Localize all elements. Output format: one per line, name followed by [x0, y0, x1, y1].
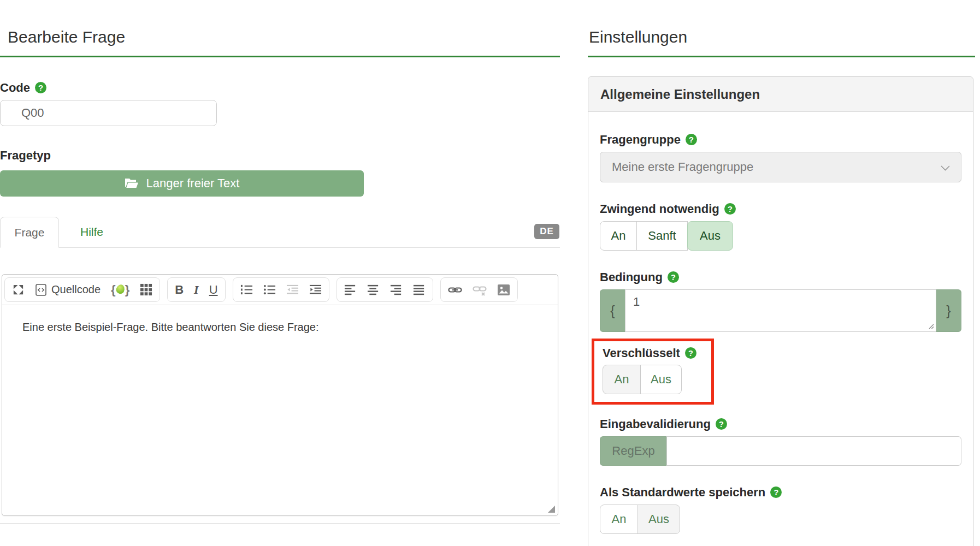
help-icon[interactable]: [770, 486, 782, 498]
help-icon[interactable]: [686, 134, 697, 145]
condition-input-group: { 1 }: [600, 289, 961, 332]
encrypted-option-aus[interactable]: Aus: [640, 365, 682, 394]
validation-input[interactable]: [666, 436, 961, 466]
expression-manager-button[interactable]: {}: [111, 283, 129, 297]
tab-hilfe[interactable]: Hilfe: [80, 217, 103, 247]
title-underline: [0, 56, 560, 57]
save-as-default-label-text: Als Standardwerte speichern: [600, 485, 765, 500]
grid-icon: [140, 283, 152, 296]
panel-header[interactable]: Allgemeine Einstellungen: [588, 77, 973, 112]
mandatory-toggle-group: An Sanft Aus: [600, 221, 733, 251]
editor-content-area[interactable]: Eine erste Beispiel-Frage. Bitte beantwo…: [2, 305, 558, 515]
mandatory-option-sanft[interactable]: Sanft: [636, 221, 688, 251]
help-icon[interactable]: [716, 418, 727, 430]
mandatory-option-aus[interactable]: Aus: [687, 221, 733, 251]
question-type-button-label: Langer freier Text: [146, 176, 240, 191]
code-label-text: Code: [0, 80, 30, 95]
maximize-button[interactable]: [12, 283, 25, 296]
question-group-selected-value: Meine erste Fragengruppe: [612, 160, 753, 174]
save-as-default-option-aus[interactable]: Aus: [637, 505, 680, 534]
panel-body: Fragengruppe Meine erste Fragengruppe Zw…: [588, 112, 973, 534]
question-type-label-text: Fragetyp: [0, 148, 51, 163]
source-code-label: Quellcode: [51, 283, 101, 296]
encrypted-toggle-group: An Aus: [603, 365, 682, 394]
outdent-icon: [286, 283, 299, 296]
field-validation: Eingabevalidierung RegExp: [600, 417, 961, 466]
question-text: Eine erste Beispiel-Frage. Bitte beantwo…: [22, 321, 319, 333]
question-group-label-text: Fragengruppe: [600, 132, 681, 147]
toolbar-group-basicstyles: B I U: [167, 277, 225, 302]
language-badge: DE: [534, 224, 559, 239]
chevron-down-icon: [941, 165, 950, 171]
grid-button[interactable]: [140, 283, 152, 296]
align-center-button[interactable]: [367, 283, 380, 296]
condition-textarea[interactable]: 1: [625, 289, 936, 332]
page-title: Bearbeite Frage: [8, 27, 560, 47]
align-center-icon: [367, 283, 380, 296]
link-button[interactable]: [448, 284, 462, 295]
question-group-select[interactable]: Meine erste Fragengruppe: [600, 152, 961, 182]
ordered-list-icon: [240, 283, 253, 296]
field-save-as-default: Als Standardwerte speichern An Aus: [600, 485, 961, 534]
help-icon[interactable]: [35, 82, 46, 93]
align-right-button[interactable]: [390, 283, 403, 296]
condition-label-text: Bedingung: [600, 270, 663, 284]
tab-frage[interactable]: Frage: [0, 217, 59, 248]
validation-label: Eingabevalidierung: [600, 417, 961, 431]
source-code-icon: [35, 283, 47, 296]
validation-input-group: RegExp: [600, 436, 961, 466]
field-question-group: Fragengruppe Meine erste Fragengruppe: [600, 132, 961, 182]
settings-title: Einstellungen: [589, 27, 975, 47]
condition-suffix-addon: }: [936, 289, 961, 332]
underline-button[interactable]: U: [209, 283, 218, 297]
outdent-button: [286, 283, 299, 296]
question-group-label: Fragengruppe: [600, 132, 961, 147]
condition-textarea-wrap: 1: [625, 289, 936, 332]
validation-label-text: Eingabevalidierung: [600, 417, 711, 431]
settings-pane: Einstellungen Allgemeine Einstellungen F…: [588, 0, 975, 546]
code-input[interactable]: [0, 100, 217, 126]
mandatory-label: Zwingend notwendig: [600, 201, 961, 216]
align-right-icon: [390, 283, 403, 296]
encrypted-label-text: Verschlüsselt: [603, 346, 680, 360]
validation-addon: RegExp: [600, 436, 666, 466]
link-icon: [448, 284, 462, 295]
unordered-list-icon: [263, 283, 276, 296]
resize-grip-icon[interactable]: [548, 506, 555, 513]
mandatory-label-text: Zwingend notwendig: [600, 201, 719, 216]
encrypted-highlight-box: Verschlüsselt An Aus: [592, 339, 714, 405]
bold-button[interactable]: B: [175, 283, 184, 297]
folder-open-icon: [125, 177, 139, 189]
unordered-list-button[interactable]: [263, 283, 276, 296]
align-left-icon: [344, 283, 357, 296]
help-icon[interactable]: [685, 347, 696, 359]
image-icon: [497, 284, 510, 296]
field-condition: Bedingung { 1 }: [600, 270, 961, 332]
save-as-default-toggle-group: An Aus: [600, 505, 680, 534]
toolbar-group-lists: [233, 277, 329, 302]
toolbar-group-tools: Quellcode {}: [4, 277, 160, 302]
editor-toolbar: Quellcode {} B I U: [2, 275, 558, 305]
code-label: Code: [0, 80, 560, 95]
indent-icon: [309, 283, 322, 296]
encrypted-option-an[interactable]: An: [603, 365, 641, 394]
condition-prefix-addon: {: [600, 289, 625, 332]
toolbar-group-align: [336, 277, 433, 302]
help-icon[interactable]: [724, 203, 736, 215]
justify-button[interactable]: [413, 283, 426, 296]
mandatory-option-an[interactable]: An: [600, 221, 637, 251]
help-icon[interactable]: [668, 271, 679, 283]
align-left-button[interactable]: [344, 283, 357, 296]
image-button[interactable]: [497, 284, 510, 296]
italic-button[interactable]: I: [194, 283, 199, 297]
source-code-button[interactable]: Quellcode: [35, 283, 101, 296]
general-settings-panel: Allgemeine Einstellungen Fragengruppe Me…: [588, 76, 973, 546]
edit-question-pane: Bearbeite Frage Code Fragetyp Langer fre…: [0, 0, 560, 524]
save-as-default-option-an[interactable]: An: [600, 505, 638, 534]
indent-button[interactable]: [309, 283, 322, 296]
question-type-button[interactable]: Langer freier Text: [0, 170, 364, 197]
resize-grip-icon[interactable]: [928, 323, 934, 329]
ordered-list-button[interactable]: [240, 283, 253, 296]
tabs-row: Frage Hilfe DE: [0, 217, 560, 248]
settings-title-underline: [588, 56, 975, 57]
